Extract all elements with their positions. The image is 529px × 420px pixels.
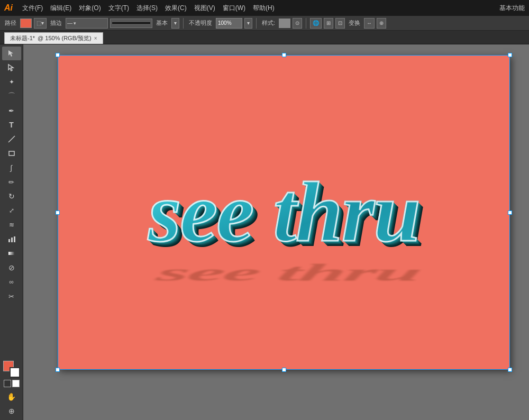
zoom-tool[interactable]: ⊕ xyxy=(2,404,21,418)
stroke-icon: ⬚ xyxy=(37,20,41,26)
basic-label: 基本 xyxy=(154,19,169,27)
title-bar: Ai 文件(F) 编辑(E) 对象(O) 文字(T) 选择(S) 效果(C) 视… xyxy=(0,0,529,16)
text-artwork: see thru see thru see thru see thru see … xyxy=(86,107,482,318)
blend-tool[interactable]: ∞ xyxy=(2,275,21,289)
menu-help[interactable]: 帮助(H) xyxy=(250,3,278,14)
tab-name: 未标题-1* xyxy=(10,34,35,42)
pen-tool[interactable]: ✒ xyxy=(2,104,21,117)
stroke-swatch[interactable] xyxy=(10,367,20,378)
text-front-face: see thru xyxy=(148,165,419,259)
separator-2 xyxy=(256,18,257,29)
svg-rect-5 xyxy=(8,252,15,255)
svg-rect-1 xyxy=(9,151,14,156)
transform-label: 变换 xyxy=(347,19,362,27)
menu-edit[interactable]: 编辑(E) xyxy=(47,3,75,14)
stroke-preview xyxy=(110,19,152,28)
menu-window[interactable]: 窗口(W) xyxy=(220,3,249,14)
tab-bar: 未标题-1* @ 150% (RGB/预览) × xyxy=(0,31,529,44)
more-btn[interactable]: ⊕ xyxy=(377,18,386,29)
none-swatch[interactable] xyxy=(4,380,11,387)
rect-tool[interactable] xyxy=(2,147,21,160)
opacity-input[interactable] xyxy=(216,18,242,29)
svg-line-0 xyxy=(8,136,15,142)
tools-panel: ✦ ⌒ ✒ T ∫ ✏ ↻ ⤢ ≋ xyxy=(0,44,23,420)
lasso-tool[interactable]: ⌒ xyxy=(2,89,21,103)
menu-text[interactable]: 文字(T) xyxy=(105,3,132,14)
brush-tool[interactable]: ∫ xyxy=(2,161,21,175)
tab-info: @ 150% (RGB/预览) xyxy=(38,34,92,42)
separator-3 xyxy=(306,18,306,29)
opacity-dropdown[interactable]: ▾ xyxy=(244,18,252,29)
select-tool[interactable] xyxy=(2,47,21,60)
text-tool[interactable]: T xyxy=(2,118,21,132)
tab-close-button[interactable]: × xyxy=(94,35,97,41)
hand-tool[interactable]: ✋ xyxy=(2,390,21,404)
artboard: see thru see thru see thru see thru see … xyxy=(58,55,510,370)
transform-btn[interactable]: ↔ xyxy=(364,18,375,29)
svg-rect-3 xyxy=(11,238,13,242)
style-icon[interactable]: ⊙ xyxy=(293,18,302,29)
align-icon[interactable]: ⊞ xyxy=(324,18,333,29)
pencil-tool[interactable]: ✏ xyxy=(2,175,21,189)
gradient-tool[interactable] xyxy=(2,246,21,260)
svg-rect-2 xyxy=(8,239,10,242)
menu-effect[interactable]: 效果(C) xyxy=(162,3,190,14)
main-area: ✦ ⌒ ✒ T ∫ ✏ ↻ ⤢ ≋ xyxy=(0,44,529,420)
magic-wand-tool[interactable]: ✦ xyxy=(2,75,21,89)
document-tab[interactable]: 未标题-1* @ 150% (RGB/预览) × xyxy=(4,32,103,44)
rotate-tool[interactable]: ↻ xyxy=(2,189,21,203)
stroke-style-select[interactable]: — ▾ xyxy=(66,18,108,29)
line-tool[interactable] xyxy=(2,132,21,146)
path-label: 路径 xyxy=(3,19,18,27)
separator-1 xyxy=(183,18,184,29)
scale-tool[interactable]: ⤢ xyxy=(2,204,21,217)
ai-logo: Ai xyxy=(4,3,13,13)
fill-color-box[interactable] xyxy=(20,19,32,28)
basic-dropdown[interactable]: ▾ xyxy=(171,18,179,29)
white-swatch[interactable] xyxy=(12,380,20,387)
text-3d: see thru see thru see thru see thru see … xyxy=(148,163,419,261)
color-swatches xyxy=(1,359,22,389)
web-icon[interactable]: 🌐 xyxy=(310,18,322,29)
warp-tool[interactable]: ≋ xyxy=(2,218,21,232)
menu-object[interactable]: 对象(O) xyxy=(76,3,104,14)
stroke-dropdown[interactable]: ⬚ ▾ xyxy=(34,18,47,29)
menu-bar: 文件(F) 编辑(E) 对象(O) 文字(T) 选择(S) 效果(C) 视图(V… xyxy=(19,3,499,14)
stroke-label: 描边 xyxy=(49,19,63,27)
direct-select-tool[interactable] xyxy=(2,61,21,75)
menu-select[interactable]: 选择(S) xyxy=(133,3,161,14)
graph-tool[interactable] xyxy=(2,232,21,246)
eyedrop-tool[interactable]: ⊘ xyxy=(2,261,21,275)
menu-view[interactable]: 视图(V) xyxy=(191,3,218,14)
workspace-label: 基本功能 xyxy=(499,4,525,13)
toolbar: 路径 ⬚ ▾ 描边 — ▾ 基本 ▾ 不透明度 ▾ 样式: ⊙ 🌐 ⊞ ⊡ 变换… xyxy=(0,16,529,31)
opacity-label: 不透明度 xyxy=(187,19,214,27)
stroke-arrow: ▾ xyxy=(41,20,44,26)
style-label: 样式: xyxy=(260,19,277,27)
transform-icon[interactable]: ⊡ xyxy=(335,18,345,29)
canvas-area[interactable]: see thru see thru see thru see thru see … xyxy=(23,44,529,420)
svg-rect-4 xyxy=(14,236,15,242)
menu-file[interactable]: 文件(F) xyxy=(19,3,46,14)
slice-tool[interactable]: ✂ xyxy=(2,289,21,303)
artwork-container: see thru see thru see thru see thru see … xyxy=(58,55,510,370)
style-color[interactable] xyxy=(279,19,290,28)
